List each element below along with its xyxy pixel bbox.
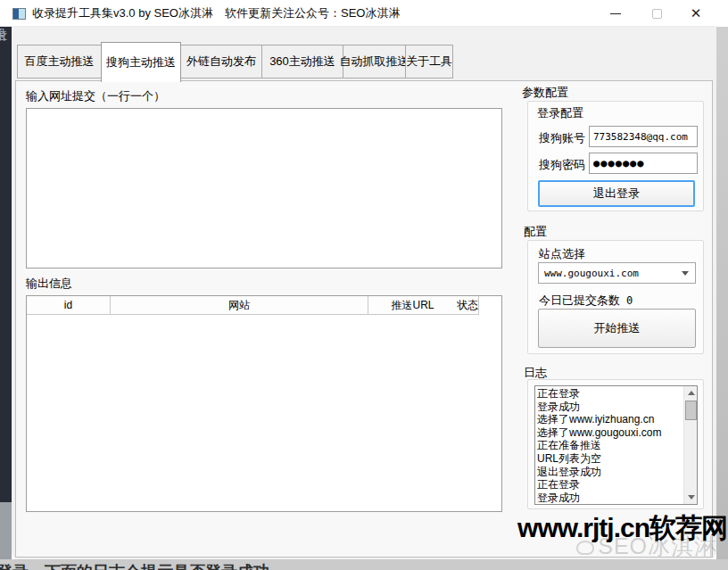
url-input-label: 输入网址提交（一行一个）	[26, 88, 165, 104]
close-button[interactable]: ✕	[676, 0, 716, 27]
titlebar: 收录提升工具集v3.0 by SEO冰淇淋 软件更新关注公众号：SEO冰淇淋 ✕	[0, 0, 716, 27]
start-push-button[interactable]: 开始推送	[538, 309, 696, 348]
log-entry: 选择了www.gougouxi.com	[537, 426, 682, 440]
chevron-down-icon	[675, 271, 695, 276]
logout-button[interactable]: 退出登录	[538, 180, 695, 207]
window-body: 百度主动推送搜狗主动推送外链自动发布360主动推送自动抓取推送关于工具 输入网址…	[12, 27, 716, 559]
log-entry: 正在准备推送	[537, 439, 682, 452]
scroll-up-icon[interactable]	[684, 386, 698, 400]
background-cut-text: 登录，下面的日志会提示是否登录成功	[0, 561, 269, 570]
tab[interactable]: 自动抓取推送	[343, 45, 406, 78]
output-table-header-cell[interactable]: 状态	[457, 296, 479, 315]
log-group: 正在登录登录成功选择了www.iyizhuang.cn选择了www.gougou…	[527, 379, 704, 509]
url-input-textarea[interactable]	[26, 108, 502, 268]
site-select-combobox[interactable]: www.gougouxi.com	[538, 262, 696, 284]
background-right-strip	[716, 27, 728, 570]
background-left-dark-strip: 主录台	[0, 27, 12, 502]
app-icon	[12, 8, 26, 20]
sogou-account-input[interactable]	[589, 126, 698, 147]
sogou-account-label: 搜狗账号	[539, 130, 585, 146]
log-entry: 正在登录	[537, 478, 682, 492]
log-entry: URL列表为空	[537, 452, 682, 466]
sogou-password-label: 搜狗密码	[539, 157, 585, 173]
output-table-header: id网站推送URL状态	[27, 296, 501, 315]
site-select-label: 站点选择	[539, 246, 585, 262]
tab[interactable]: 关于工具	[405, 45, 453, 78]
submitted-count-label: 今日已提交条数	[539, 293, 620, 307]
sogou-password-input[interactable]	[589, 153, 698, 174]
parameter-panel: 参数配置 登录配置 搜狗账号 搜狗密码 退出登录 配置 站点选择 www.gou…	[517, 81, 714, 558]
config-group-title: 配置	[524, 224, 547, 240]
parameter-panel-title: 参数配置	[522, 85, 568, 101]
output-table-header-cell[interactable]: id	[27, 296, 111, 315]
background-cut-character: 台	[0, 27, 7, 44]
login-config-title: 登录配置	[537, 105, 583, 121]
minimize-icon	[610, 13, 621, 14]
log-listbox[interactable]: 正在登录登录成功选择了www.iyizhuang.cn选择了www.gougou…	[534, 385, 698, 505]
tab[interactable]: 百度主动推送	[17, 45, 102, 78]
minimize-button[interactable]	[596, 0, 635, 27]
submitted-count-value: 0	[626, 294, 633, 307]
site-select-value: www.gougouxi.com	[539, 268, 675, 279]
log-scrollbar[interactable]	[683, 386, 697, 504]
tab-page-sogou-push: 输入网址提交（一行一个） 输出信息 id网站推送URL状态 参数配置 登录配置 …	[15, 80, 713, 558]
tab[interactable]: 360主动推送	[261, 45, 343, 78]
output-table[interactable]: id网站推送URL状态	[26, 295, 502, 512]
tab[interactable]: 搜狗主动推送	[101, 42, 181, 82]
log-entry: 登录成功	[537, 492, 682, 505]
scroll-down-icon[interactable]	[684, 491, 698, 504]
window-title: 收录提升工具集v3.0 by SEO冰淇淋 软件更新关注公众号：SEO冰淇淋	[32, 0, 400, 27]
log-entries: 正在登录登录成功选择了www.iyizhuang.cn选择了www.gougou…	[537, 387, 682, 504]
tab[interactable]: 外链自动发布	[180, 45, 262, 78]
submitted-count-row: 今日已提交条数0	[539, 293, 633, 309]
output-table-header-cell[interactable]: 网站	[111, 296, 368, 315]
scrollbar-thumb[interactable]	[685, 401, 697, 420]
log-entry: 退出登录成功	[537, 466, 682, 479]
maximize-icon	[652, 9, 662, 19]
config-group: 站点选择 www.gougouxi.com 今日已提交条数0 开始推送	[527, 240, 704, 354]
output-table-header-cell[interactable]: 推送URL	[368, 296, 457, 315]
site-watermark: www.rjtj.cn软荐网	[517, 510, 727, 547]
tab-bar: 百度主动推送搜狗主动推送外链自动发布360主动推送自动抓取推送关于工具	[18, 42, 453, 82]
login-config-group: 登录配置 搜狗账号 搜狗密码 退出登录	[527, 101, 704, 211]
log-entry: 正在登录	[537, 387, 682, 401]
background-left-gray-strip	[0, 502, 12, 559]
output-info-label: 输出信息	[26, 276, 72, 292]
maximize-button[interactable]	[637, 0, 676, 27]
log-entry: 选择了www.iyizhuang.cn	[537, 413, 682, 426]
log-entry: 登录成功	[537, 401, 682, 414]
screenshot-canvas: 主录台 登录，下面的日志会提示是否登录成功 收录提升工具集v3.0 by SEO…	[0, 0, 728, 570]
